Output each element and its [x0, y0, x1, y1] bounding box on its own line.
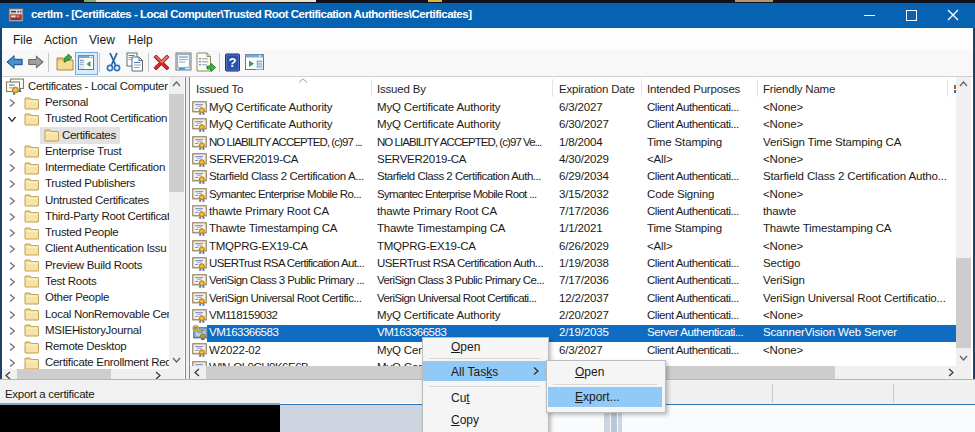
- svg-text:?: ?: [229, 55, 237, 70]
